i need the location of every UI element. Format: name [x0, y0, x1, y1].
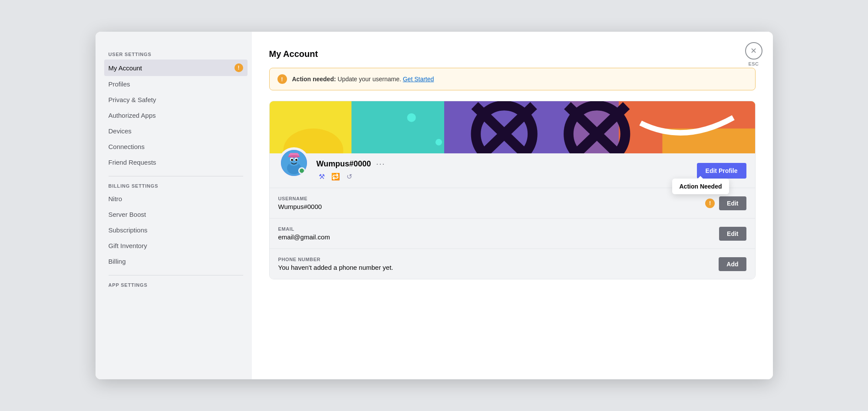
profile-info-row: Wumpus#0000 ··· ⚒ 🔁 ↺ Edit Profile — [270, 153, 755, 188]
badge-boost-icon: 🔁 — [330, 171, 341, 182]
sidebar-item-authorized-apps[interactable]: Authorized Apps — [104, 108, 248, 123]
field-info-username: USERNAMEWumpus#0000 — [278, 196, 322, 210]
field-actions-email: Edit — [719, 227, 746, 241]
username-display: Wumpus#0000 — [317, 159, 371, 169]
avatar — [278, 147, 310, 179]
sidebar-item-friend-requests[interactable]: Friend Requests — [104, 155, 248, 170]
sidebar-label-subscriptions: Subscriptions — [109, 226, 148, 234]
sidebar-label-server-boost: Server Boost — [109, 211, 146, 218]
svg-point-20 — [295, 159, 297, 161]
sidebar: USER SETTINGS My Account!ProfilesPrivacy… — [96, 32, 252, 379]
sidebar-label-privacy-safety: Privacy & Safety — [109, 96, 156, 103]
sidebar-item-gift-inventory[interactable]: Gift Inventory — [104, 238, 248, 253]
field-info-phone: PHONE NUMBERYou haven't added a phone nu… — [278, 257, 393, 271]
action-banner-bold: Action needed: — [292, 76, 336, 83]
badge-circle-icon: ↺ — [344, 171, 355, 182]
billing-settings-heading: BILLING SETTINGS — [104, 183, 248, 189]
profile-field-email: EMAILemail@gmail.comEdit — [270, 219, 755, 249]
sidebar-label-profiles: Profiles — [109, 80, 130, 88]
field-value-phone: You haven't added a phone number yet. — [278, 264, 393, 271]
sidebar-item-privacy-safety[interactable]: Privacy & Safety — [104, 92, 248, 107]
svg-point-13 — [435, 139, 442, 146]
profile-banner — [270, 101, 755, 153]
sidebar-user-section: My Account!ProfilesPrivacy & SafetyAutho… — [104, 60, 248, 170]
profile-name-area: Wumpus#0000 ··· ⚒ 🔁 ↺ — [317, 159, 690, 182]
sidebar-label-connections: Connections — [109, 143, 145, 150]
sidebar-billing-section: NitroServer BoostSubscriptionsGift Inven… — [104, 191, 248, 269]
sidebar-label-gift-inventory: Gift Inventory — [109, 242, 147, 249]
warning-icon-username: ! — [705, 199, 715, 208]
sidebar-badge-my-account: ! — [234, 63, 243, 72]
close-icon[interactable]: ✕ — [745, 42, 762, 60]
sidebar-item-my-account[interactable]: My Account! — [104, 60, 248, 76]
field-label-username: USERNAME — [278, 196, 322, 201]
main-content: My Account ! Action needed: Update your … — [252, 32, 773, 379]
field-label-phone: PHONE NUMBER — [278, 257, 393, 262]
edit-profile-button[interactable]: Edit Profile — [697, 163, 746, 179]
profile-name: Wumpus#0000 ··· — [317, 159, 690, 169]
profile-fields: USERNAMEWumpus#0000!EditEMAILemail@gmail… — [270, 188, 755, 279]
field-value-email: email@gmail.com — [278, 233, 330, 241]
close-button-area[interactable]: ✕ ESC — [745, 42, 762, 66]
svg-point-19 — [291, 159, 293, 161]
page-title: My Account — [269, 49, 756, 59]
profile-more-button[interactable]: ··· — [374, 159, 387, 169]
field-label-email: EMAIL — [278, 226, 330, 232]
action-banner-link[interactable]: Get Started — [403, 76, 434, 83]
sidebar-label-nitro: Nitro — [109, 195, 122, 202]
action-banner-message: Update your username. — [336, 76, 401, 83]
action-needed-tooltip: Action Needed — [672, 179, 729, 194]
online-badge — [298, 167, 305, 174]
sidebar-divider-1 — [109, 176, 243, 176]
profile-field-phone: PHONE NUMBERYou haven't added a phone nu… — [270, 249, 755, 279]
field-actions-username: !Edit — [705, 196, 746, 210]
tooltip-text: Action Needed — [679, 183, 722, 190]
profile-card: Wumpus#0000 ··· ⚒ 🔁 ↺ Edit Profile — [269, 101, 756, 279]
field-button-phone[interactable]: Add — [719, 257, 746, 271]
sidebar-item-billing[interactable]: Billing — [104, 254, 248, 269]
sidebar-divider-2 — [109, 275, 243, 275]
svg-point-12 — [407, 113, 416, 122]
sidebar-item-subscriptions[interactable]: Subscriptions — [104, 222, 248, 238]
field-value-username: Wumpus#0000 — [278, 203, 322, 210]
field-button-username[interactable]: Edit — [719, 196, 746, 210]
action-banner-icon: ! — [277, 74, 287, 84]
sidebar-item-nitro[interactable]: Nitro — [104, 191, 248, 206]
sidebar-item-connections[interactable]: Connections — [104, 139, 248, 154]
sidebar-label-devices: Devices — [109, 127, 132, 135]
sidebar-item-devices[interactable]: Devices — [104, 123, 248, 139]
sidebar-label-friend-requests: Friend Requests — [109, 159, 156, 166]
sidebar-label-authorized-apps: Authorized Apps — [109, 112, 156, 119]
svg-point-23 — [288, 155, 300, 158]
field-button-email[interactable]: Edit — [719, 227, 746, 241]
app-settings-heading: APP SETTINGS — [104, 282, 248, 288]
sidebar-item-server-boost[interactable]: Server Boost — [104, 207, 248, 222]
sidebar-label-billing: Billing — [109, 258, 126, 265]
action-banner-text: Action needed: Update your username. Get… — [292, 76, 434, 83]
profile-badges: ⚒ 🔁 ↺ — [317, 171, 690, 182]
badge-tools-icon: ⚒ — [317, 171, 327, 182]
user-settings-heading: USER SETTINGS — [104, 52, 248, 57]
banner-art — [270, 101, 755, 153]
settings-modal: USER SETTINGS My Account!ProfilesPrivacy… — [96, 32, 773, 379]
field-actions-phone: Add — [719, 257, 746, 271]
field-info-email: EMAILemail@gmail.com — [278, 226, 330, 241]
esc-label: ESC — [748, 61, 759, 66]
action-banner: ! Action needed: Update your username. G… — [269, 68, 756, 90]
sidebar-label-my-account: My Account — [109, 64, 142, 72]
sidebar-item-profiles[interactable]: Profiles — [104, 76, 248, 92]
